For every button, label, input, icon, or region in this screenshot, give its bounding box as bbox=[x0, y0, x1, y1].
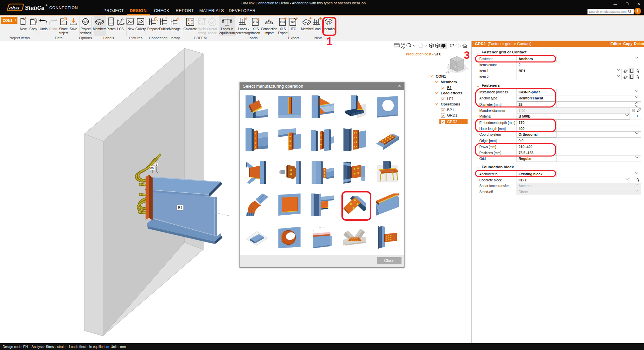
svg-text:›Y: ›Y bbox=[454, 65, 456, 68]
svg-text:%: % bbox=[244, 17, 247, 21]
svg-text:× ÷: × ÷ bbox=[199, 22, 203, 25]
svg-text:XLS: XLS bbox=[253, 21, 258, 24]
svg-text:XLS: XLS bbox=[280, 21, 285, 24]
svg-text:idea: idea bbox=[9, 5, 20, 10]
svg-text:76: 76 bbox=[154, 163, 157, 166]
svg-text:IFC: IFC bbox=[290, 21, 296, 24]
svg-text:StatiCa: StatiCa bbox=[25, 5, 45, 11]
svg-text:80: 80 bbox=[150, 167, 154, 170]
svg-text:×: × bbox=[188, 22, 190, 26]
svg-text:B1: B1 bbox=[178, 206, 182, 210]
svg-text:</>: </> bbox=[83, 20, 89, 24]
svg-text:®: ® bbox=[46, 4, 48, 7]
svg-text:÷: ÷ bbox=[191, 21, 193, 26]
